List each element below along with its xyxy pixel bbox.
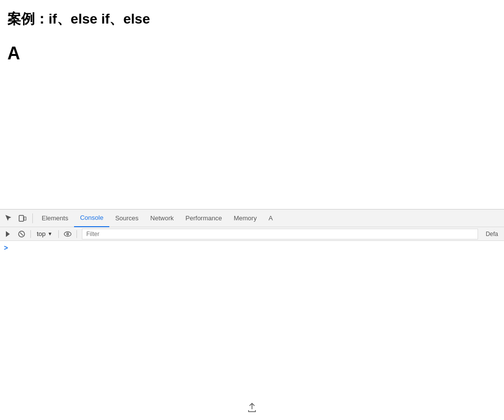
tab-performance[interactable]: Performance <box>179 210 227 227</box>
devtools-panel: Elements Console Sources Network Perform… <box>0 209 504 420</box>
filter-input[interactable] <box>82 229 478 239</box>
tab-memory[interactable]: Memory <box>228 210 263 227</box>
tab-network[interactable]: Network <box>145 210 180 227</box>
tab-more[interactable]: A <box>263 210 279 227</box>
svg-rect-1 <box>24 217 26 220</box>
run-script-icon[interactable] <box>2 228 14 240</box>
default-levels-button[interactable]: Defa <box>482 229 502 239</box>
toolbar-separator-2 <box>58 230 59 238</box>
page-heading: 案例：if、else if、else <box>7 10 497 28</box>
svg-marker-2 <box>6 231 10 237</box>
context-selector[interactable]: top ▼ <box>34 229 55 239</box>
context-dropdown-icon: ▼ <box>48 231 52 236</box>
context-label: top <box>37 230 46 237</box>
tab-separator-left <box>32 213 33 223</box>
svg-rect-0 <box>19 215 24 221</box>
upload-icon <box>247 402 257 413</box>
tab-console[interactable]: Console <box>74 210 109 227</box>
svg-point-7 <box>67 234 68 235</box>
inspect-element-icon[interactable] <box>2 211 16 225</box>
device-toolbar-icon[interactable] <box>16 211 29 225</box>
page-letter: A <box>7 43 497 64</box>
svg-line-4 <box>20 233 23 236</box>
devtools-tabbar: Elements Console Sources Network Perform… <box>0 210 504 227</box>
toolbar-separator-3 <box>76 230 77 238</box>
upload-icon-container <box>247 402 257 415</box>
filter-input-container <box>82 229 478 239</box>
tab-elements[interactable]: Elements <box>36 210 74 227</box>
clear-console-icon[interactable] <box>16 228 27 240</box>
console-content: > <box>0 241 504 420</box>
toolbar-separator <box>30 230 31 238</box>
console-prompt-line: > <box>0 243 504 253</box>
live-expression-icon[interactable] <box>62 228 74 240</box>
devtools-toolbar: top ▼ Defa <box>0 227 504 241</box>
console-chevron[interactable]: > <box>4 244 8 252</box>
tab-sources[interactable]: Sources <box>109 210 145 227</box>
